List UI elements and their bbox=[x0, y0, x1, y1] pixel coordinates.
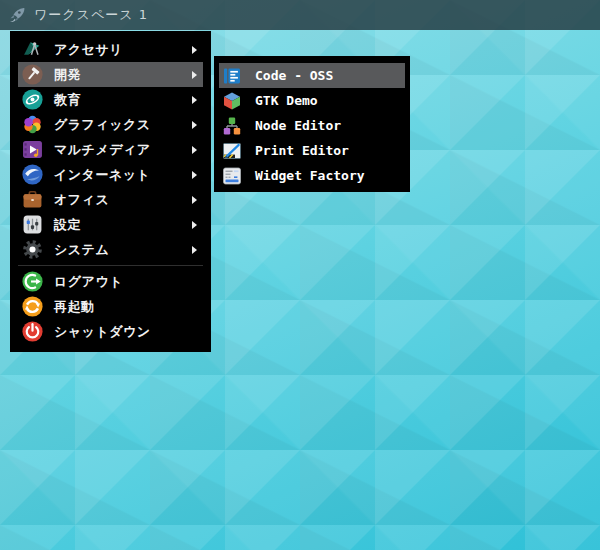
submenu-item-print-editor[interactable]: Print Editor bbox=[219, 138, 405, 163]
menu-item-label: ログアウト bbox=[54, 273, 123, 291]
node-editor-icon bbox=[222, 116, 242, 136]
menu-item-label: 教育 bbox=[54, 91, 81, 109]
widget-factory-icon bbox=[222, 166, 242, 186]
menu-item-label: グラフィックス bbox=[54, 116, 151, 134]
taskbar: ワークスペース 1 bbox=[0, 0, 600, 30]
submenu-arrow-icon bbox=[192, 246, 197, 254]
accessories-icon bbox=[22, 39, 43, 60]
menu-item-system[interactable]: システム bbox=[18, 237, 203, 262]
menu-item-office[interactable]: オフィス bbox=[18, 187, 203, 212]
menu-item-multimedia[interactable]: マルチメディア bbox=[18, 137, 203, 162]
submenu-arrow-icon bbox=[192, 146, 197, 154]
applications-menu: アクセサリ 開発 教育 bbox=[10, 31, 211, 352]
workspace-label: ワークスペース 1 bbox=[34, 6, 148, 24]
menu-item-restart[interactable]: 再起動 bbox=[18, 294, 203, 319]
submenu-arrow-icon bbox=[192, 121, 197, 129]
logout-icon bbox=[22, 271, 43, 292]
graphics-icon bbox=[22, 114, 43, 135]
gtk-demo-icon bbox=[222, 91, 242, 111]
submenu-item-code-oss[interactable]: Code - OSS bbox=[219, 63, 405, 88]
development-icon bbox=[22, 64, 43, 85]
system-icon bbox=[22, 239, 43, 260]
submenu-item-label: Print Editor bbox=[255, 143, 349, 158]
print-editor-icon bbox=[222, 141, 242, 161]
menu-item-education[interactable]: 教育 bbox=[18, 87, 203, 112]
rocket-icon bbox=[8, 6, 26, 24]
shutdown-icon bbox=[22, 321, 43, 342]
internet-icon bbox=[22, 164, 43, 185]
menu-item-label: アクセサリ bbox=[54, 41, 123, 59]
submenu-arrow-icon bbox=[192, 71, 197, 79]
menu-item-internet[interactable]: インターネット bbox=[18, 162, 203, 187]
code-oss-icon bbox=[222, 66, 242, 86]
menu-item-logout[interactable]: ログアウト bbox=[18, 269, 203, 294]
menu-item-shutdown[interactable]: シャットダウン bbox=[18, 319, 203, 344]
menu-item-label: インターネット bbox=[54, 166, 150, 184]
education-icon bbox=[22, 89, 43, 110]
submenu-item-gtk-demo[interactable]: GTK Demo bbox=[219, 88, 405, 113]
submenu-item-widget-factory[interactable]: Widget Factory bbox=[219, 163, 405, 188]
multimedia-icon bbox=[22, 139, 43, 160]
menu-item-label: 開発 bbox=[54, 66, 81, 84]
submenu-item-label: Node Editor bbox=[255, 118, 341, 133]
menu-item-development[interactable]: 開発 bbox=[18, 62, 203, 87]
menu-separator bbox=[18, 265, 203, 266]
submenu-arrow-icon bbox=[192, 96, 197, 104]
restart-icon bbox=[22, 296, 43, 317]
menu-item-graphics[interactable]: グラフィックス bbox=[18, 112, 203, 137]
submenu-item-label: Code - OSS bbox=[255, 68, 333, 83]
submenu-item-node-editor[interactable]: Node Editor bbox=[219, 113, 405, 138]
submenu-arrow-icon bbox=[192, 221, 197, 229]
menu-item-label: 設定 bbox=[54, 216, 81, 234]
settings-icon bbox=[22, 214, 43, 235]
submenu-item-label: Widget Factory bbox=[255, 168, 365, 183]
development-submenu: Code - OSS GTK Demo Node Editor bbox=[214, 56, 410, 192]
submenu-arrow-icon bbox=[192, 171, 197, 179]
submenu-arrow-icon bbox=[192, 196, 197, 204]
menu-item-label: 再起動 bbox=[54, 298, 95, 316]
menu-item-label: シャットダウン bbox=[54, 323, 151, 341]
submenu-arrow-icon bbox=[192, 46, 197, 54]
menu-item-label: システム bbox=[54, 241, 109, 259]
office-icon bbox=[22, 189, 43, 210]
menu-item-label: マルチメディア bbox=[54, 141, 151, 159]
menu-item-settings[interactable]: 設定 bbox=[18, 212, 203, 237]
submenu-item-label: GTK Demo bbox=[255, 93, 318, 108]
menu-item-label: オフィス bbox=[54, 191, 109, 209]
menu-item-accessories[interactable]: アクセサリ bbox=[18, 37, 203, 62]
